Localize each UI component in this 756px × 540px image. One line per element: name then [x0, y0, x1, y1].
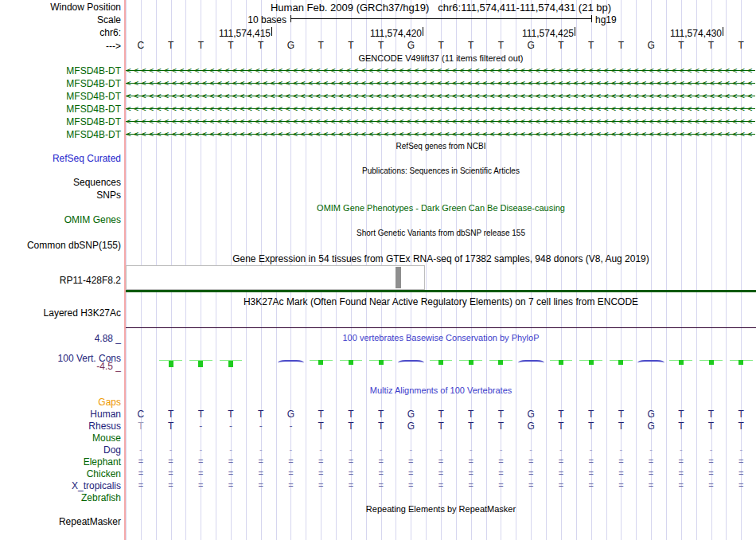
phylop-mark — [486, 353, 516, 369]
align-cell: - — [185, 421, 216, 432]
track-label-repeatmasker[interactable]: RepeatMasker — [0, 516, 121, 527]
h3k27ac-baseline — [126, 327, 756, 328]
multiz-row-human[interactable]: Human CTTTTGTTTGTTTGTTTGTTT — [0, 409, 756, 421]
align-cell: = — [516, 456, 546, 468]
species-label-dog[interactable]: Dog — [0, 444, 121, 456]
species-label-rhesus[interactable]: Rhesus — [0, 421, 121, 432]
gene-label[interactable]: MFSD4B-DT — [0, 129, 121, 140]
align-cell: T — [185, 409, 216, 421]
align-cell: T — [306, 421, 336, 432]
track-label-sequences[interactable]: Sequences — [0, 177, 121, 188]
track-label-refseq-curated[interactable]: RefSeq Curated — [0, 153, 121, 164]
coord-label: 111,574,420 — [370, 28, 422, 39]
multiz-row-xtropicalis[interactable]: X_tropicalis ===================== — [0, 480, 756, 492]
multiz-row-dog[interactable]: Dog --------------------- — [0, 444, 756, 456]
gtex-gene-model-line[interactable] — [126, 290, 756, 292]
multiz-row-gaps[interactable]: Gaps — [0, 397, 756, 409]
gene-label[interactable]: MFSD4B-DT — [0, 91, 121, 102]
track-label-omim-genes[interactable]: OMIM Genes — [0, 214, 121, 225]
align-cell: = — [456, 468, 486, 480]
coord-label: 111,574,430 — [670, 28, 722, 39]
align-cell: = — [306, 468, 336, 480]
phylop-mark — [336, 353, 366, 369]
species-label-gaps[interactable]: Gaps — [0, 397, 121, 408]
position-range: chr6:111,574,411-111,574,431 (21 bp) — [438, 2, 611, 14]
gene-row[interactable]: MFSD4B-DT <<<<<<<<<<<<<<<<<<<<<<<<<<<<<<… — [0, 128, 756, 141]
track-label-h3k27ac[interactable]: Layered H3K27Ac — [0, 307, 121, 319]
h3k27ac-track-title: H3K27Ac Mark (Often Found Near Active Re… — [126, 296, 756, 307]
align-cell: T — [156, 409, 186, 421]
align-cell: = — [726, 456, 756, 468]
gene-label[interactable]: MFSD4B-DT — [0, 78, 121, 89]
gene-row[interactable]: MFSD4B-DT <<<<<<<<<<<<<<<<<<<<<<<<<<<<<<… — [0, 77, 756, 90]
base-letter: T — [696, 40, 727, 51]
align-cell: = — [576, 468, 606, 480]
gene-row[interactable]: MFSD4B-DT <<<<<<<<<<<<<<<<<<<<<<<<<<<<<<… — [0, 103, 756, 115]
phylop-mark — [696, 353, 727, 369]
align-cell: = — [366, 480, 396, 492]
align-cell: = — [666, 480, 696, 492]
multiz-row-rhesus[interactable]: Rhesus TT----TTTGTTTGTTTGTTT — [0, 421, 756, 432]
multiz-row-zebrafish[interactable]: Zebrafish — [0, 492, 756, 504]
phylop-mark — [126, 353, 156, 369]
multiz-row-elephant[interactable]: Elephant ===================== — [0, 456, 756, 468]
coord-tick — [423, 27, 423, 36]
species-label-zebrafish[interactable]: Zebrafish — [0, 492, 121, 503]
multiz-row-chicken[interactable]: Chicken ===================== — [0, 468, 756, 480]
multiz-track-title: Multiz Alignments of 100 Vertebrates — [126, 385, 756, 395]
align-cell: T — [726, 421, 756, 432]
dbsnp-track-title: Short Genetic Variants from dbSNP releas… — [126, 229, 756, 237]
gtex-expression-box[interactable] — [126, 265, 425, 290]
align-cell: C — [126, 409, 156, 421]
left-arrows-transcript-line[interactable]: <<<<<<<<<<<<<<<<<<<<<<<<<<<<<<<<<<<<<<<<… — [126, 65, 755, 77]
align-cell: T — [456, 409, 486, 421]
align-cell: = — [606, 468, 637, 480]
align-cell: - — [546, 444, 576, 456]
sequence-cells: CTTTTGTTTGTTTGTTTGTTT — [126, 40, 756, 51]
species-label-human[interactable]: Human — [0, 409, 121, 420]
align-cell: = — [426, 456, 456, 468]
align-cell: = — [396, 480, 426, 492]
species-label-xtropicalis[interactable]: X_tropicalis — [0, 480, 121, 491]
align-cell: = — [276, 468, 306, 480]
align-cell: = — [666, 456, 696, 468]
species-label-elephant[interactable]: Elephant — [0, 456, 121, 468]
left-arrows-transcript-line[interactable]: <<<<<<<<<<<<<<<<<<<<<<<<<<<<<<<<<<<<<<<<… — [126, 128, 755, 141]
multiz-row-mouse[interactable]: Mouse — [0, 432, 756, 444]
align-cell: = — [246, 468, 276, 480]
track-label-snps[interactable]: SNPs — [0, 190, 121, 201]
align-cell: = — [276, 480, 306, 492]
base-letter: C — [126, 40, 156, 51]
align-cell: = — [366, 468, 396, 480]
left-arrows-transcript-line[interactable]: <<<<<<<<<<<<<<<<<<<<<<<<<<<<<<<<<<<<<<<<… — [126, 103, 755, 115]
gencode-gene-rows: MFSD4B-DT <<<<<<<<<<<<<<<<<<<<<<<<<<<<<<… — [0, 65, 756, 141]
align-cell: T — [366, 421, 396, 432]
left-arrows-transcript-line[interactable]: <<<<<<<<<<<<<<<<<<<<<<<<<<<<<<<<<<<<<<<<… — [126, 115, 755, 128]
align-cell: - — [336, 444, 366, 456]
gene-row[interactable]: MFSD4B-DT <<<<<<<<<<<<<<<<<<<<<<<<<<<<<<… — [0, 115, 756, 128]
reference-sequence-row: CTTTTGTTTGTTTGTTTGTTT — [0, 40, 756, 51]
track-label-gtex-gene[interactable]: RP11-428F8.2 — [0, 275, 121, 286]
coord-label: 111,574,425 — [522, 28, 574, 39]
gene-label[interactable]: MFSD4B-DT — [0, 116, 121, 127]
align-cell: T — [126, 421, 156, 432]
gtex-expression-bar[interactable] — [396, 267, 401, 288]
align-cell: = — [456, 480, 486, 492]
align-cell: T — [306, 409, 336, 421]
left-arrows-transcript-line[interactable]: <<<<<<<<<<<<<<<<<<<<<<<<<<<<<<<<<<<<<<<<… — [126, 77, 755, 90]
gene-row[interactable]: MFSD4B-DT <<<<<<<<<<<<<<<<<<<<<<<<<<<<<<… — [0, 90, 756, 103]
gene-label[interactable]: MFSD4B-DT — [0, 104, 121, 115]
align-cell: = — [216, 480, 246, 492]
base-letter: G — [636, 40, 666, 51]
phylop-mark — [666, 353, 696, 369]
species-label-chicken[interactable]: Chicken — [0, 468, 121, 479]
phylop-mark — [216, 353, 246, 369]
gene-label[interactable]: MFSD4B-DT — [0, 65, 121, 76]
track-label-dbsnp[interactable]: Common dbSNP(155) — [0, 240, 121, 251]
gtex-track-title: Gene Expression in 54 tissues from GTEx … — [126, 253, 756, 264]
gene-row[interactable]: MFSD4B-DT <<<<<<<<<<<<<<<<<<<<<<<<<<<<<<… — [0, 65, 756, 77]
left-arrows-transcript-line[interactable]: <<<<<<<<<<<<<<<<<<<<<<<<<<<<<<<<<<<<<<<<… — [126, 90, 755, 103]
align-cell: - — [456, 444, 486, 456]
species-label-mouse[interactable]: Mouse — [0, 432, 121, 444]
align-cell: = — [426, 480, 456, 492]
